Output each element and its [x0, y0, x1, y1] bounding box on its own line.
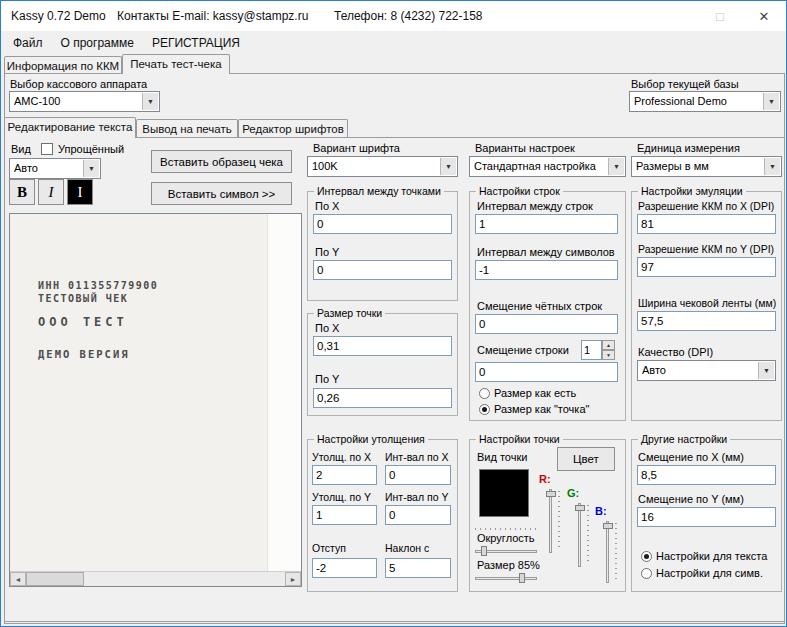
radio-label: Размер как есть: [494, 387, 576, 399]
device-select[interactable]: АМС-100 ▼: [9, 91, 160, 112]
titlebar[interactable]: Kassy 0.72 Demo Контакты E-mail: kassy@s…: [1, 1, 786, 31]
dot-size-y-input[interactable]: [313, 388, 452, 408]
line-shift-spinner[interactable]: ▲ ▼: [581, 340, 615, 360]
group-title: Настройки утолщения: [314, 433, 428, 445]
color-button[interactable]: Цвет: [557, 447, 615, 471]
bold-icon: B: [17, 184, 27, 201]
dot-size-y-label: По Y: [315, 373, 339, 385]
dot-interval-y-input[interactable]: [313, 260, 452, 280]
char-interval-input[interactable]: [475, 260, 618, 280]
base-select[interactable]: Professional Demo ▼: [629, 91, 781, 112]
thickening-input-3[interactable]: [385, 505, 451, 525]
row-interval-label: Интервал между строк: [477, 200, 593, 212]
tab-edit-text[interactable]: Редактирование текста: [4, 117, 136, 138]
tab-font-editor[interactable]: Редактор шрифтов: [238, 119, 348, 137]
roundness-ticks: [475, 528, 537, 530]
spin-up-button[interactable]: ▲: [602, 340, 615, 350]
color-swatch: [479, 469, 529, 517]
line-shift-index-input[interactable]: [581, 340, 602, 360]
offset-y-input[interactable]: [637, 507, 776, 527]
slider-thumb[interactable]: [519, 573, 525, 583]
receipt-preview[interactable]: ИНН 011355779900 ТЕСТОВЫЙ ЧЕК ООО ТЕСТ Д…: [9, 213, 302, 587]
dot-interval-x-input[interactable]: [313, 214, 452, 234]
dpi-x-input[interactable]: [637, 214, 776, 234]
tab-print-test[interactable]: Печать тест-чека: [122, 54, 230, 74]
thickening-input-2[interactable]: [312, 505, 377, 525]
slider-thumb[interactable]: [603, 523, 613, 529]
size-slider[interactable]: [475, 573, 537, 583]
maximize-button[interactable]: □: [698, 1, 742, 31]
slider-thumb[interactable]: [481, 546, 487, 556]
radio-size-as-is[interactable]: Размер как есть: [479, 387, 576, 399]
menu-item-registration[interactable]: РЕГИСТРАЦИЯ: [143, 33, 249, 53]
red-slider[interactable]: [546, 489, 556, 553]
tape-width-label: Ширина чековой ленты (мм): [638, 297, 776, 309]
line-shift-input[interactable]: [475, 362, 618, 382]
even-shift-input[interactable]: [475, 314, 618, 334]
dot-interval-y-label: По Y: [315, 246, 339, 258]
blue-slider[interactable]: [603, 521, 613, 583]
scroll-right-button[interactable]: ►: [285, 572, 301, 586]
slider-thumb[interactable]: [575, 505, 585, 511]
radio-settings-symbols[interactable]: Настройки для симв.: [641, 567, 763, 579]
app-window: Kassy 0.72 Demo Контакты E-mail: kassy@s…: [0, 0, 787, 627]
bold-button[interactable]: B: [9, 179, 35, 205]
tape-width-input[interactable]: [637, 311, 776, 331]
quality-select-value: Авто: [642, 364, 757, 376]
scroll-left-button[interactable]: ◄: [10, 572, 26, 586]
radio-settings-text[interactable]: Настройки для текста: [641, 550, 767, 562]
thickening-input-4[interactable]: [312, 558, 377, 578]
roundness-slider[interactable]: [475, 546, 537, 556]
units-select-label: Единица измерения: [637, 142, 740, 154]
close-button[interactable]: ✕: [742, 1, 786, 31]
settings-variant-label: Варианты настроек: [475, 142, 575, 154]
chevron-down-icon: ▼: [608, 158, 624, 175]
italic-button[interactable]: I: [38, 179, 64, 205]
maximize-icon: □: [716, 9, 724, 24]
even-shift-label: Смещение чётных строк: [477, 300, 602, 312]
dpi-y-input[interactable]: [637, 257, 776, 277]
size-label: Размер 85%: [477, 559, 540, 571]
scrollbar-thumb[interactable]: [26, 572, 84, 586]
units-select[interactable]: Размеры в мм ▼: [631, 156, 782, 177]
font-variant-select[interactable]: 100K ▼: [307, 156, 458, 177]
chevron-down-icon: ▼: [142, 93, 158, 110]
base-select-label: Выбор текущей базы: [631, 78, 739, 90]
chevron-down-icon: ▼: [758, 362, 774, 379]
horizontal-scrollbar[interactable]: ◄ ►: [10, 571, 301, 586]
tab-label: Вывод на печать: [137, 120, 237, 135]
green-slider[interactable]: [575, 503, 585, 567]
thickening-input-5[interactable]: [385, 558, 451, 578]
inverse-button[interactable]: I: [67, 179, 93, 205]
insert-sample-button[interactable]: Вставить образец чека: [151, 150, 292, 173]
mode-select[interactable]: Авто ▼: [9, 158, 101, 179]
thickening-input-1[interactable]: [385, 465, 451, 485]
spin-down-button[interactable]: ▼: [602, 350, 615, 360]
radio-size-as-dot[interactable]: Размер как "точка": [479, 403, 589, 415]
insert-symbol-button[interactable]: Вставить символ >>: [151, 182, 292, 205]
offset-x-label: Смещение по X (мм): [638, 451, 744, 463]
thickening-input-0[interactable]: [312, 465, 377, 485]
tab-label: Печать тест-чека: [123, 55, 229, 70]
chevron-down-icon: ▼: [764, 158, 780, 175]
group-title: Размер точки: [314, 307, 385, 319]
slider-thumb[interactable]: [546, 491, 556, 497]
menu-item-about[interactable]: О программе: [52, 33, 143, 53]
tab-kkm-info[interactable]: Информация по ККМ: [4, 56, 122, 73]
menu-item-file[interactable]: Файл: [4, 33, 52, 53]
dot-size-x-input[interactable]: [313, 336, 452, 356]
scroll-right-icon: ►: [290, 576, 297, 583]
tab-print-output[interactable]: Вывод на печать: [136, 119, 238, 137]
menubar: Файл О программе РЕГИСТРАЦИЯ: [1, 31, 786, 54]
simplified-checkbox[interactable]: [41, 143, 53, 155]
settings-variant-value: Стандартная настройка: [474, 160, 607, 172]
settings-variant-select[interactable]: Стандартная настройка ▼: [469, 156, 626, 177]
row-interval-input[interactable]: [475, 214, 618, 234]
green-label: G:: [567, 487, 579, 499]
group-title: Настройки точки: [476, 433, 563, 445]
quality-select[interactable]: Авто ▼: [637, 360, 776, 381]
slider-track: [606, 521, 609, 583]
radio-label: Настройки для симв.: [656, 567, 763, 579]
offset-x-input[interactable]: [637, 465, 776, 485]
thickening-label-3: Инт-вал по Y: [385, 491, 448, 503]
